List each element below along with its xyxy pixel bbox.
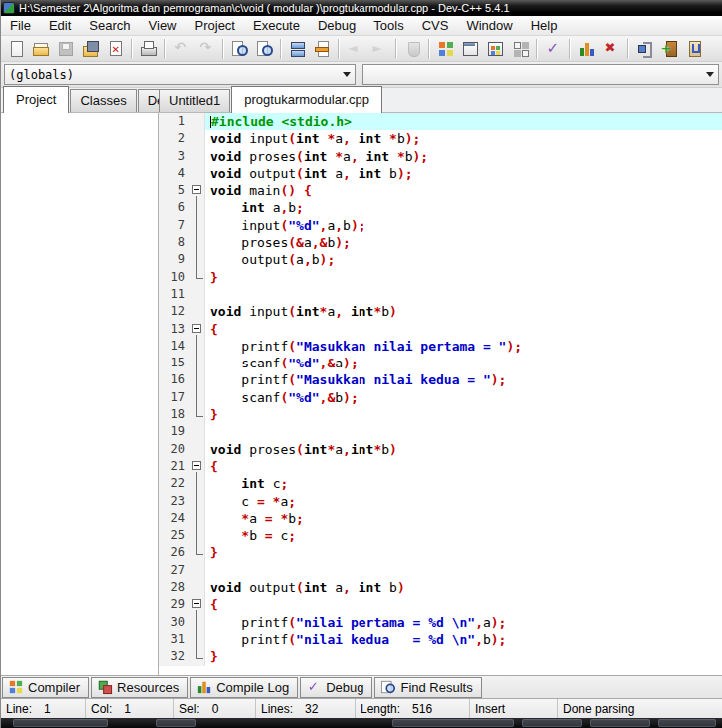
code-line-11[interactable]: 11	[159, 286, 722, 303]
taskbar-item[interactable]	[13, 719, 108, 727]
file-tab-untitled1[interactable]: Untitled1	[159, 89, 230, 112]
code-editor[interactable]: 1#include <stdio.h>2void input(int *a, i…	[159, 113, 722, 675]
taskbar-item[interactable]	[590, 719, 650, 727]
file-tab-progtukarmodular-cpp[interactable]: progtukarmodular.cpp	[231, 86, 382, 113]
menu-execute[interactable]: Execute	[244, 16, 309, 35]
line-number: 5	[159, 182, 189, 199]
code-line-25[interactable]: 25 *b = c;	[159, 527, 722, 544]
tab-compile-log[interactable]: Compile Log	[190, 677, 298, 698]
code-line-15[interactable]: 15 scanf("%d",&a);	[159, 355, 722, 371]
menu-help[interactable]: Help	[522, 16, 567, 35]
fold-collapse-box[interactable]	[192, 461, 201, 470]
code-line-4[interactable]: 4void output(int a, int b);	[159, 165, 722, 182]
tab-compiler[interactable]: Compiler	[2, 677, 89, 698]
syntax-check-button[interactable]	[541, 37, 566, 61]
status-label: Done parsing	[563, 702, 634, 716]
windows-taskbar[interactable]	[1, 718, 722, 728]
menu-view[interactable]: View	[140, 16, 186, 35]
save-button	[53, 37, 78, 61]
open-file-button[interactable]	[28, 37, 53, 61]
code-line-30[interactable]: 30 printf("nilai pertama = %d \n",a);	[159, 614, 722, 631]
code-line-12[interactable]: 12void input(int*a, int*b)	[159, 303, 722, 320]
tab-find-results[interactable]: Find Results	[374, 677, 481, 698]
tab-debug[interactable]: Debug	[300, 677, 372, 698]
code-line-19[interactable]: 19	[159, 423, 722, 440]
taskbar-item[interactable]	[392, 719, 514, 727]
close-file-icon	[107, 40, 125, 58]
menu-search[interactable]: Search	[80, 16, 139, 35]
taskbar-item[interactable]	[658, 719, 716, 727]
token: "Masukkan nilai kedua = "	[296, 372, 491, 387]
taskbar-item[interactable]	[156, 719, 196, 727]
code-line-10[interactable]: 10}	[159, 269, 722, 286]
toggle-bookmark-button[interactable]	[657, 37, 682, 61]
code-line-28[interactable]: 28void output(int a, int b)	[159, 579, 722, 596]
chevron-down-icon[interactable]	[702, 65, 718, 84]
code-line-23[interactable]: 23 c = *a;	[159, 493, 722, 510]
find-in-files-button[interactable]	[252, 37, 277, 61]
compile-button[interactable]	[433, 37, 458, 61]
code-line-6[interactable]: 6 int a,b;	[159, 199, 722, 216]
code-line-8[interactable]: 8 proses(&a,&b);	[159, 234, 722, 251]
title-bar[interactable]: H:\Semester 2\Algoritma dan pemrograman\…	[1, 0, 722, 16]
code-line-20[interactable]: 20void proses(int*a,int*b)	[159, 441, 722, 458]
token: =	[265, 528, 281, 543]
replace-button[interactable]	[285, 37, 310, 61]
profile-button[interactable]	[574, 37, 599, 61]
project-panel[interactable]	[1, 113, 159, 675]
code-line-16[interactable]: 16 printf("Masukkan nilai kedua = ");	[159, 371, 722, 388]
code-line-9[interactable]: 9 output(a,b);	[159, 251, 722, 268]
fold-collapse-box[interactable]	[192, 324, 201, 333]
menu-project[interactable]: Project	[186, 16, 244, 35]
run-button[interactable]	[458, 37, 483, 61]
status-label: Col:	[91, 702, 112, 716]
code-line-29[interactable]: 29{	[159, 596, 722, 613]
insert-button[interactable]	[632, 37, 657, 61]
chevron-down-icon[interactable]	[339, 65, 355, 84]
fold-collapse-box[interactable]	[192, 185, 201, 194]
menu-debug[interactable]: Debug	[309, 16, 364, 35]
code-line-26[interactable]: 26}	[159, 544, 722, 561]
code-line-1[interactable]: 1#include <stdio.h>	[159, 113, 722, 130]
menu-window[interactable]: Window	[457, 16, 521, 35]
code-line-27[interactable]: 27	[159, 562, 722, 579]
code-line-22[interactable]: 22 int c;	[159, 475, 722, 492]
code-line-7[interactable]: 7 input("%d",a,b);	[159, 217, 722, 234]
new-file-button[interactable]	[3, 37, 28, 61]
tab-classes[interactable]: Classes	[70, 89, 136, 112]
compile-run-button[interactable]	[483, 37, 508, 61]
menu-file[interactable]: File	[1, 16, 40, 35]
rebuild-button[interactable]	[508, 37, 533, 61]
member-combo[interactable]	[362, 64, 719, 85]
taskbar-item[interactable]	[522, 719, 582, 727]
code-line-3[interactable]: 3void proses(int *a, int *b);	[159, 148, 722, 165]
code-line-18[interactable]: 18}	[159, 406, 722, 423]
code-line-2[interactable]: 2void input(int *a, int *b);	[159, 130, 722, 147]
token: int	[351, 304, 373, 319]
code-line-17[interactable]: 17 scanf("%d",&b);	[159, 389, 722, 406]
fold-mid	[189, 234, 205, 251]
code-line-32[interactable]: 32}	[159, 648, 722, 665]
code-line-24[interactable]: 24 *a = *b;	[159, 510, 722, 527]
token: int	[241, 200, 272, 215]
fold-collapse-box[interactable]	[192, 599, 201, 608]
code-line-21[interactable]: 21{	[159, 458, 722, 475]
token: output	[249, 166, 296, 181]
close-file-button[interactable]	[103, 37, 128, 61]
find-button[interactable]	[227, 37, 252, 61]
delete-profiling-button[interactable]	[599, 37, 624, 61]
goto-bookmark-button[interactable]	[682, 37, 707, 61]
print-button[interactable]	[136, 37, 161, 61]
code-line-14[interactable]: 14 printf("Masukkan nilai pertama = ");	[159, 338, 722, 355]
code-line-13[interactable]: 13{	[159, 321, 722, 338]
goto-line-button[interactable]	[310, 37, 335, 61]
menu-edit[interactable]: Edit	[40, 16, 80, 35]
menu-cvs[interactable]: CVS	[413, 16, 458, 35]
menu-tools[interactable]: Tools	[364, 16, 412, 35]
code-line-31[interactable]: 31 printf("nilai kedua = %d \n",b);	[159, 631, 722, 648]
tab-project[interactable]: Project	[3, 86, 69, 113]
code-line-5[interactable]: 5void main() {	[159, 182, 722, 199]
globals-combo[interactable]: (globals)	[4, 64, 356, 85]
tab-resources[interactable]: Resources	[91, 677, 188, 698]
save-all-button[interactable]	[78, 37, 103, 61]
